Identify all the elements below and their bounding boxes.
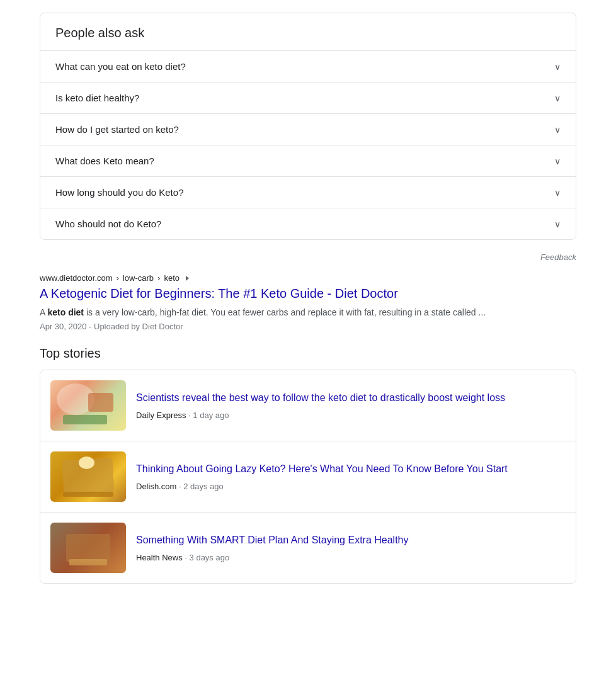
- story-content-1: Scientists reveal the best way to follow…: [136, 391, 566, 419]
- story-time-label-1: 1 day ago: [193, 411, 229, 420]
- chevron-down-icon-3: ∨: [554, 125, 561, 135]
- story-source-1: Daily Express: [136, 411, 186, 420]
- story-content-2: Thinking About Going Lazy Keto? Here's W…: [136, 462, 566, 490]
- feedback-link[interactable]: Feedback: [540, 252, 576, 262]
- paa-item-q5[interactable]: How long should you do Keto? ∨: [40, 177, 576, 208]
- story-title-1[interactable]: Scientists reveal the best way to follow…: [136, 391, 566, 405]
- story-thumbnail-3: [50, 523, 126, 573]
- feedback-row: Feedback: [40, 251, 576, 262]
- story-time-label-3: 3 days ago: [190, 553, 230, 562]
- story-meta-3: Health News · 3 days ago: [136, 553, 566, 562]
- snippet-bold: keto diet: [47, 307, 84, 317]
- stories-box: Scientists reveal the best way to follow…: [40, 370, 576, 584]
- story-content-3: Something With SMART Diet Plan And Stayi…: [136, 533, 566, 562]
- result-date: Apr 30, 2020 - Uploaded by Diet Doctor: [40, 322, 576, 331]
- top-stories-title: Top stories: [40, 346, 576, 361]
- story-thumbnail-2: [50, 451, 126, 502]
- story-item-1[interactable]: Scientists reveal the best way to follow…: [40, 370, 576, 441]
- chevron-down-icon-2: ∨: [554, 93, 561, 103]
- people-also-ask-box: People also ask What can you eat on keto…: [40, 13, 576, 240]
- chevron-down-icon-6: ∨: [554, 219, 561, 229]
- story-item-2[interactable]: Thinking About Going Lazy Keto? Here's W…: [40, 441, 576, 513]
- breadcrumb-dropdown-icon[interactable]: [186, 276, 189, 281]
- story-thumbnail-1: [50, 380, 126, 431]
- chevron-down-icon-1: ∨: [554, 62, 561, 72]
- paa-question-5: How long should you do Keto?: [55, 187, 183, 198]
- result-title-link[interactable]: A Ketogenic Diet for Beginners: The #1 K…: [40, 285, 576, 302]
- story-meta-1: Daily Express · 1 day ago: [136, 411, 566, 420]
- result-breadcrumb: www.dietdoctor.com › low-carb › keto: [40, 273, 576, 283]
- story-source-2: Delish.com: [136, 482, 176, 491]
- story-source-3: Health News: [136, 553, 183, 562]
- snippet-before: A: [40, 307, 47, 317]
- story-meta-2: Delish.com · 2 days ago: [136, 482, 566, 491]
- chevron-down-icon-4[interactable]: ∨: [554, 156, 561, 166]
- breadcrumb-sep-2: ›: [157, 273, 160, 283]
- paa-item-q3[interactable]: How do I get started on keto? ∨: [40, 114, 576, 145]
- result-path1: low-carb: [123, 273, 154, 283]
- paa-question-1: What can you eat on keto diet?: [55, 61, 186, 72]
- paa-question-3: How do I get started on keto?: [55, 124, 179, 135]
- paa-item-q1[interactable]: What can you eat on keto diet? ∨: [40, 51, 576, 82]
- search-result: www.dietdoctor.com › low-carb › keto A K…: [40, 273, 576, 331]
- story-title-3[interactable]: Something With SMART Diet Plan And Stayi…: [136, 533, 566, 547]
- story-title-2[interactable]: Thinking About Going Lazy Keto? Here's W…: [136, 462, 566, 476]
- paa-item-q4[interactable]: What does Keto mean? ∨: [40, 145, 576, 177]
- story-time-3: ·: [185, 553, 189, 562]
- paa-question-4: What does Keto mean?: [55, 156, 154, 166]
- main-container: People also ask What can you eat on keto…: [12, 13, 604, 584]
- result-domain: www.dietdoctor.com: [40, 273, 113, 283]
- chevron-down-icon-5: ∨: [554, 188, 561, 198]
- story-item-3[interactable]: Something With SMART Diet Plan And Stayi…: [40, 513, 576, 583]
- paa-title: People also ask: [40, 13, 576, 51]
- paa-item-q2[interactable]: Is keto diet healthy? ∨: [40, 82, 576, 114]
- breadcrumb-sep-1: ›: [117, 273, 119, 283]
- story-time-label-2: 2 days ago: [183, 482, 224, 491]
- paa-question-2: Is keto diet healthy?: [55, 93, 139, 103]
- top-stories-section: Top stories Scientists reveal the best w…: [40, 346, 576, 584]
- paa-item-q6[interactable]: Who should not do Keto? ∨: [40, 208, 576, 239]
- snippet-after: is a very low-carb, high-fat diet. You e…: [84, 307, 486, 317]
- result-path2: keto: [164, 273, 180, 283]
- result-snippet: A keto diet is a very low-carb, high-fat…: [40, 305, 576, 319]
- paa-question-6: Who should not do Keto?: [55, 218, 161, 229]
